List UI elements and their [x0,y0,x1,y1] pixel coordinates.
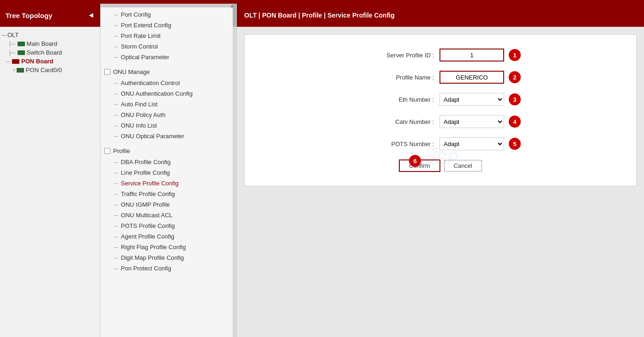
tree-branch-main: ├─ [8,41,16,47]
nav-item-onu-info-list[interactable]: ─ ONU Info List [101,120,236,131]
eth-number-label: Eth Number : [360,96,434,103]
nav-section-profile: Profile ─ DBA Profile Config ─ Line Prof… [101,143,236,276]
server-profile-id-label: Server Profile ID : [360,52,434,59]
nav-item-digit-map-profile-config[interactable]: ─ Digit Map Profile Config [101,252,236,263]
scrollbar-thumb[interactable] [233,4,236,27]
nav-section-port: ─ Port Config ─ Port Extend Config ─ Por… [101,7,236,64]
tree-label-pon-board: PON Board [21,58,53,65]
breadcrumb: OLT | PON Board | Profile | Service Prof… [244,12,395,19]
pon-board-icon [12,59,19,64]
nav-item-onu-igmp-profile[interactable]: ─ ONU IGMP Profile [101,199,236,210]
nav-item-port-extend-config[interactable]: ─ Port Extend Config [101,20,236,31]
badge-3: 3 [509,93,521,105]
sidebar-toggle-icon[interactable]: ◄ [87,11,95,19]
pots-number-select[interactable]: Adapt 0 1 2 [439,137,504,150]
top-bar [0,0,644,4]
nav-item-onu-authentication-config[interactable]: ─ ONU Authentication Config [101,88,236,99]
tree-node-olt[interactable]: — OLT [2,31,98,39]
nav-item-onu-policy-auth[interactable]: ─ ONU Policy Auth [101,110,236,120]
nav-item-service-profile-config[interactable]: ─ Service Profile Config [101,178,236,189]
nav-item-onu-optical-parameter[interactable]: ─ ONU Optical Parameter [101,131,236,141]
sidebar-header: Tree Topology ◄ [0,4,100,27]
nav-item-traffic-profile-config[interactable]: ─ Traffic Profile Config [101,189,236,199]
form-row-catv-number: Catv Number : Adapt 0 1 4 [263,115,618,128]
sidebar-title: Tree Topology [6,12,52,19]
tree-node-pon-card[interactable]: + PON Card0/0 [2,66,98,74]
nav-item-port-rate-limit[interactable]: ─ Port Rate Limit [101,31,236,41]
nav-panel: ▲ ─ Port Config ─ Port Extend Config ─ P… [101,4,237,337]
nav-section-onu-manage: ONU Manage ─ Authentication Control ─ ON… [101,64,236,143]
breadcrumb-bar: OLT | PON Board | Profile | Service Prof… [237,4,644,27]
tree-node-pon-board[interactable]: — PON Board [2,57,98,66]
tree-label-switch-board: Switch Board [27,49,62,56]
tree-label-olt: OLT [7,31,18,38]
sidebar: Tree Topology ◄ — OLT ├─ Main Board ├─ S… [0,4,101,337]
nav-item-storm-control[interactable]: ─ Storm Control [101,41,236,52]
nav-item-optical-parameter[interactable]: ─ Optical Parameter [101,52,236,62]
expand-pon-card: + [13,67,16,73]
nav-item-pon-protect-config[interactable]: ─ Pon Protect Config [101,263,236,274]
form-container: Server Profile ID : 1 Profile Name : 2 E… [244,34,637,186]
nav-item-pots-profile-config[interactable]: ─ POTS Profile Config [101,221,236,231]
expand-olt: — [2,32,6,37]
form-row-profile-name: Profile Name : 2 [263,71,618,84]
tree-node-main-board[interactable]: ├─ Main Board [2,39,98,48]
nav-item-auto-find-list[interactable]: ─ Auto Find List [101,99,236,110]
tree-label-main-board: Main Board [27,40,57,47]
main-board-icon [18,42,25,46]
form-row-pots-number: POTS Number : Adapt 0 1 2 5 [263,137,618,150]
profile-name-label: Profile Name : [360,74,434,81]
badge-4: 4 [509,116,521,128]
pon-card-icon [17,68,24,73]
cancel-button[interactable]: Cancel [444,160,482,172]
nav-item-right-flag-profile-config[interactable]: ─ Right Flag Profile Config [101,242,236,252]
badge-1: 1 [509,49,521,61]
tree-branch-switch: ├─ [8,50,16,55]
badge-6: 6 [409,155,421,167]
scrollbar-track[interactable] [233,4,236,337]
tree-area: — OLT ├─ Main Board ├─ Switch Board — PO… [0,27,100,337]
expand-pon: — [6,59,11,64]
catv-number-label: Catv Number : [360,118,434,125]
pots-number-label: POTS Number : [360,141,434,147]
button-row: 6 Confirm Cancel [263,159,618,172]
onu-manage-checkbox[interactable] [104,69,110,75]
server-profile-id-input[interactable] [439,49,504,61]
nav-item-line-profile-config[interactable]: ─ Line Profile Config [101,167,236,178]
profile-name-input[interactable] [439,71,504,84]
eth-number-select[interactable]: Adapt 0 1 2 4 [439,93,504,106]
nav-item-authentication-control[interactable]: ─ Authentication Control [101,78,236,88]
badge-5: 5 [509,138,521,150]
tree-node-switch-board[interactable]: ├─ Switch Board [2,48,98,57]
profile-checkbox[interactable] [104,148,110,154]
nav-section-profile-header[interactable]: Profile [101,145,236,157]
nav-item-dba-profile-config[interactable]: ─ DBA Profile Config [101,157,236,167]
switch-board-icon [18,50,25,55]
nav-item-agent-profile-config[interactable]: ─ Agent Profile Config [101,231,236,242]
tree-label-pon-card: PON Card0/0 [26,67,62,74]
nav-section-onu-manage-header[interactable]: ONU Manage [101,66,236,78]
nav-item-port-config[interactable]: ─ Port Config [101,9,236,20]
content-area: OLT | PON Board | Profile | Service Prof… [237,4,644,337]
main-content: Server Profile ID : 1 Profile Name : 2 E… [237,27,644,337]
form-row-server-profile-id: Server Profile ID : 1 [263,49,618,61]
badge-2: 2 [509,71,521,83]
nav-item-onu-multicast-acl[interactable]: ─ ONU Multicast ACL [101,210,236,221]
catv-number-select[interactable]: Adapt 0 1 [439,115,504,128]
form-row-eth-number: Eth Number : Adapt 0 1 2 4 3 [263,93,618,106]
